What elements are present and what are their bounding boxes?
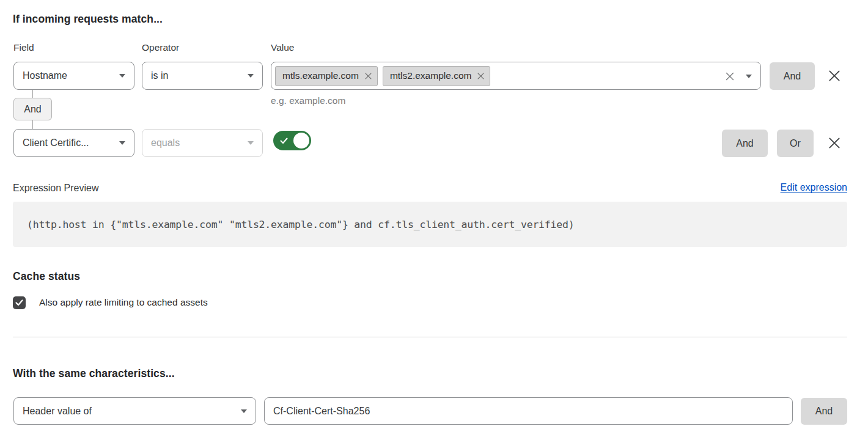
field-select-row1-value: Hostname xyxy=(23,70,67,81)
expression-code: (http.host in {"mtls.example.com" "mtls2… xyxy=(27,219,575,230)
chevron-down-icon[interactable] xyxy=(746,75,752,78)
value-tag: mtls.example.com xyxy=(275,66,378,86)
field-select-row1[interactable]: Hostname xyxy=(13,62,134,90)
operator-column-label: Operator xyxy=(142,42,179,53)
expression-preview-label: Expression Preview xyxy=(13,183,99,194)
value-tag-label: mtls.example.com xyxy=(282,70,359,81)
connector-line-top xyxy=(32,90,33,98)
operator-select-row1[interactable]: is in xyxy=(142,62,263,90)
chevron-down-icon xyxy=(119,141,125,145)
characteristic-select[interactable]: Header value of xyxy=(13,397,256,425)
chevron-down-icon xyxy=(248,141,254,145)
field-select-row2[interactable]: Client Certific... xyxy=(13,129,134,157)
add-characteristic-button[interactable]: And xyxy=(801,398,847,425)
cache-status-title: Cache status xyxy=(13,270,80,283)
edit-expression-link[interactable]: Edit expression xyxy=(781,182,847,193)
operator-select-row2-disabled: equals xyxy=(142,129,263,157)
characteristics-title: With the same characteristics... xyxy=(13,367,175,380)
chevron-down-icon xyxy=(248,74,254,78)
check-icon xyxy=(280,138,288,144)
value-tag-label: mtls2.example.com xyxy=(390,70,472,81)
value-tag: mtls2.example.com xyxy=(383,66,491,86)
add-or-condition-button-row2[interactable]: Or xyxy=(777,130,814,157)
value-multiselect-row1[interactable]: mtls.example.com mtls2.example.com xyxy=(271,62,761,90)
operator-select-row2-placeholder: equals xyxy=(151,138,180,148)
toggle-knob xyxy=(293,133,309,148)
remove-tag-icon[interactable] xyxy=(477,73,484,79)
characteristic-select-value: Header value of xyxy=(23,406,92,417)
match-section-title: If incoming requests match... xyxy=(13,13,163,26)
field-column-label: Field xyxy=(13,42,34,53)
operator-select-row1-value: is in xyxy=(151,70,168,81)
header-name-input[interactable] xyxy=(264,397,793,425)
chevron-down-icon xyxy=(119,74,125,78)
connector-line-bottom xyxy=(32,120,33,129)
value-column-label: Value xyxy=(271,42,295,53)
clear-value-icon[interactable] xyxy=(725,72,735,81)
expression-code-block: (http.host in {"mtls.example.com" "mtls2… xyxy=(13,202,847,247)
add-and-condition-button-row2[interactable]: And xyxy=(722,130,768,157)
field-select-row2-value: Client Certific... xyxy=(23,138,89,148)
chevron-down-icon xyxy=(241,409,247,413)
cached-assets-checkbox[interactable] xyxy=(13,296,26,309)
connector-and-button[interactable]: And xyxy=(13,98,52,120)
section-divider xyxy=(13,337,847,337)
cert-verified-toggle[interactable] xyxy=(273,131,311,150)
remove-tag-icon[interactable] xyxy=(365,73,372,79)
rate-limiting-rule-form: If incoming requests match... Field Oper… xyxy=(0,0,868,440)
remove-condition-icon-row2[interactable] xyxy=(826,134,843,152)
cached-assets-checkbox-label[interactable]: Also apply rate limiting to cached asset… xyxy=(39,297,208,308)
value-helper-text: e.g. example.com xyxy=(271,95,345,106)
check-icon xyxy=(15,299,23,306)
remove-condition-icon-row1[interactable] xyxy=(826,67,843,84)
add-and-condition-button-row1[interactable]: And xyxy=(770,62,815,90)
